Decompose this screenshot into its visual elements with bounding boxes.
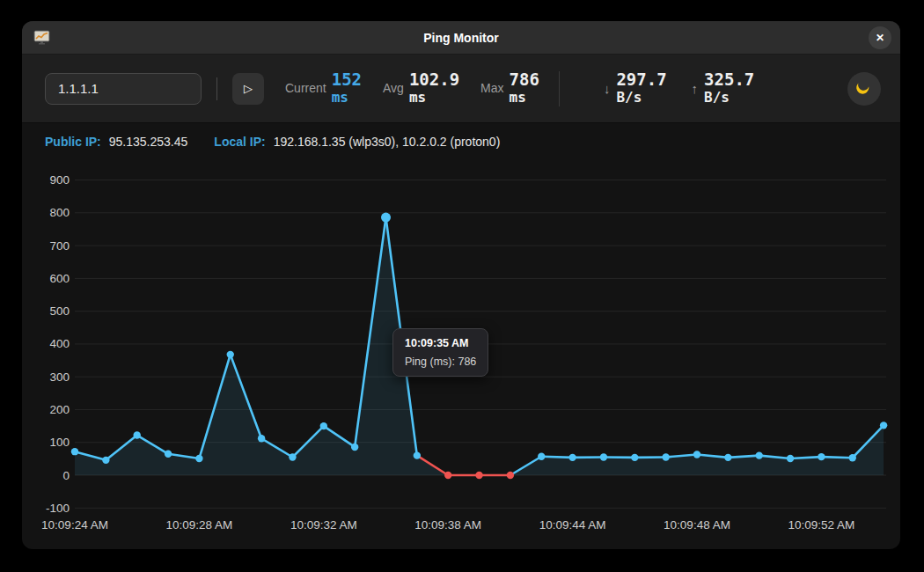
tooltip-value: Ping (ms): 786	[405, 356, 476, 368]
y-tick-label: 600	[49, 272, 70, 285]
y-tick-label: 400	[49, 337, 70, 350]
close-icon: ✕	[876, 32, 884, 44]
local-ip-value: 192.168.1.35 (wlp3s0), 10.2.0.2 (proton0…	[274, 135, 501, 149]
window-title: Ping Monitor	[423, 31, 499, 45]
data-point	[787, 455, 794, 462]
data-point-failed	[444, 472, 451, 479]
host-input[interactable]	[45, 73, 202, 105]
theme-toggle-button[interactable]	[847, 72, 881, 106]
data-point	[102, 457, 109, 464]
data-point	[880, 422, 887, 429]
data-point	[227, 351, 234, 358]
upload-value: 325.7	[704, 70, 754, 90]
y-tick-label: 500	[49, 304, 70, 318]
upload-arrow-icon: ↑	[692, 81, 699, 96]
toolbar-divider	[216, 77, 217, 100]
titlebar[interactable]: Ping Monitor ✕	[22, 21, 900, 55]
chart-tooltip: 10:09:35 AM Ping (ms): 786	[392, 328, 488, 377]
public-ip-label: Public IP:	[45, 135, 101, 149]
data-point	[195, 455, 202, 462]
net-upload: ↑ 325.7 B/s	[692, 70, 755, 106]
x-tick-label: 10:09:48 AM	[664, 518, 730, 532]
stat-current-value: 152	[332, 70, 362, 90]
data-point	[538, 453, 545, 460]
local-ip-label: Local IP:	[214, 135, 265, 149]
data-point	[134, 431, 141, 438]
y-tick-label: 700	[49, 239, 70, 253]
y-tick-label: -100	[46, 502, 70, 515]
line-segment	[541, 457, 572, 458]
data-point	[756, 451, 763, 458]
data-point	[258, 435, 265, 442]
line-segment	[821, 457, 852, 458]
x-tick-label: 10:09:32 AM	[290, 518, 357, 532]
data-point	[662, 453, 669, 460]
public-ip-value: 95.135.253.45	[109, 135, 188, 149]
stat-current-unit: ms	[332, 90, 362, 106]
stat-max-value: 786	[510, 70, 539, 90]
ip-info-bar: Public IP: 95.135.253.45 Local IP: 192.1…	[22, 123, 900, 153]
start-ping-button[interactable]: ▷	[232, 73, 264, 105]
stat-avg-value: 102.9	[409, 70, 459, 90]
data-point	[693, 451, 700, 458]
data-point	[414, 451, 421, 458]
moon-icon	[855, 78, 873, 99]
app-window: Ping Monitor ✕ ▷ Current 152 ms Avg 102.…	[22, 21, 900, 549]
data-point	[71, 448, 78, 455]
stat-current: Current 152 ms	[285, 70, 362, 106]
upload-unit: B/s	[704, 90, 754, 106]
stat-avg-label: Avg	[383, 81, 404, 95]
data-point	[818, 453, 825, 460]
data-point	[289, 453, 296, 460]
data-point	[381, 213, 391, 223]
x-tick-label: 10:09:24 AM	[41, 518, 108, 532]
y-tick-label: 300	[49, 370, 70, 384]
data-point	[568, 454, 576, 461]
chart-area[interactable]: 9008007006005004003002001000-10010:09:24…	[22, 153, 900, 545]
stat-current-label: Current	[285, 81, 326, 95]
stat-max-unit: ms	[510, 90, 539, 106]
stat-avg: Avg 102.9 ms	[383, 70, 459, 106]
stat-max: Max 786 ms	[480, 70, 539, 106]
y-tick-label: 800	[49, 206, 70, 219]
y-tick-label: 100	[49, 436, 70, 449]
y-tick-label: 200	[49, 403, 70, 416]
tooltip-time: 10:09:35 AM	[405, 337, 476, 349]
x-tick-label: 10:09:38 AM	[414, 518, 481, 532]
data-point	[724, 454, 731, 461]
data-point-failed	[507, 472, 514, 479]
data-point-failed	[475, 472, 482, 479]
stat-avg-unit: ms	[409, 90, 459, 106]
data-point	[600, 453, 607, 460]
x-tick-label: 10:09:44 AM	[539, 518, 606, 532]
download-unit: B/s	[616, 90, 666, 106]
app-chart-icon	[33, 30, 50, 48]
x-tick-label: 10:09:52 AM	[788, 518, 854, 532]
data-point	[849, 454, 856, 461]
stats-divider	[559, 71, 560, 106]
toolbar: ▷ Current 152 ms Avg 102.9 ms Max 786 ms	[22, 55, 900, 123]
data-point	[320, 422, 327, 429]
download-arrow-icon: ↓	[604, 81, 611, 96]
x-tick-label: 10:09:28 AM	[165, 518, 232, 532]
close-button[interactable]: ✕	[869, 26, 891, 49]
stat-max-label: Max	[480, 81, 503, 95]
data-point	[165, 451, 172, 458]
y-tick-label: 0	[62, 469, 70, 482]
download-value: 297.7	[616, 70, 666, 90]
data-point	[631, 454, 638, 461]
y-tick-label: 900	[49, 173, 70, 187]
net-download: ↓ 297.7 B/s	[604, 70, 667, 106]
play-icon: ▷	[244, 82, 253, 95]
data-point	[351, 444, 358, 451]
